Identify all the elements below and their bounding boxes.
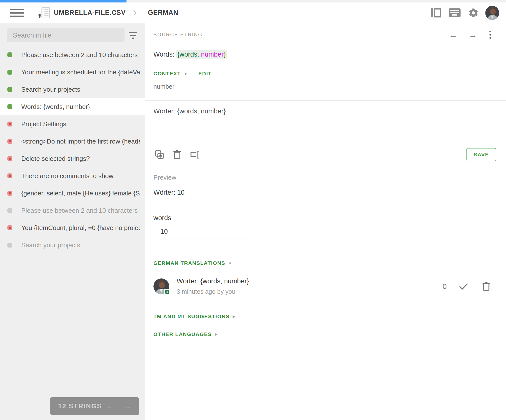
strings-pager: 12 STRINGS ← → xyxy=(50,397,139,415)
status-translated-icon xyxy=(7,104,12,109)
side-by-side-icon xyxy=(430,8,441,18)
page-load-progress-fill xyxy=(0,0,126,2)
delete-translation-button[interactable] xyxy=(480,280,492,292)
insert-placeholder-icon xyxy=(190,150,200,160)
more-options-icon[interactable] xyxy=(488,30,492,40)
chevron-right-icon: ▶ xyxy=(215,332,218,336)
chevron-right-icon: ▶ xyxy=(232,314,235,319)
breadcrumb-file-name[interactable]: UMBRELLA-FILE.CSV xyxy=(54,9,126,17)
next-string-button[interactable]: → xyxy=(469,31,477,39)
translation-textarea[interactable]: Wörter: {words, number} xyxy=(153,107,496,147)
list-item[interactable]: Project Settings xyxy=(0,115,145,133)
keyboard-shortcuts-button[interactable] xyxy=(448,6,462,20)
vote-count: 0 xyxy=(443,282,447,291)
list-item[interactable]: You {itemCount, plural, =0 {have no proj… xyxy=(0,219,145,236)
status-translated-icon xyxy=(7,70,12,75)
context-value: number xyxy=(153,83,506,90)
preview-rendered-text: Wörter: 10 xyxy=(145,181,506,206)
translation-editor-section: Wörter: {words, number} xyxy=(145,101,506,167)
status-translated-icon xyxy=(7,87,12,92)
trash-icon xyxy=(482,281,490,291)
strings-sidebar: Please use between 2 and 10 characters Y… xyxy=(0,23,145,420)
other-languages-toggle[interactable]: OTHER LANGUAGES ▶ xyxy=(153,331,492,337)
clear-translation-button[interactable] xyxy=(171,149,183,161)
approve-translation-button[interactable] xyxy=(458,280,469,292)
toolbar: , UMBRELLA-FILE.CSV GERMAN xyxy=(0,2,506,23)
status-untranslated-icon xyxy=(7,122,12,126)
context-dropdown-button[interactable]: CONTEXT xyxy=(153,71,181,77)
list-item[interactable]: Delete selected strings? xyxy=(0,150,145,167)
source-string-text: Words: {words, number} xyxy=(153,51,506,58)
insert-placeholder-button[interactable] xyxy=(189,149,201,161)
status-untranslated-icon xyxy=(7,191,12,196)
chevron-down-icon: ▼ xyxy=(184,72,188,76)
preview-title: Preview xyxy=(145,174,506,181)
breadcrumb-language[interactable]: GERMAN xyxy=(148,9,178,17)
translation-text: Wörter: {words, number} xyxy=(177,277,249,285)
hamburger-menu-icon[interactable] xyxy=(10,7,25,18)
chevron-down-icon: ▼ xyxy=(228,261,232,265)
list-item-selected[interactable]: Words: {words, number} xyxy=(0,98,145,115)
icu-placeholder-chunk[interactable]: {words, number} xyxy=(176,50,227,59)
status-empty-icon xyxy=(7,208,12,213)
search-input[interactable] xyxy=(7,28,125,42)
list-item[interactable]: Please use between 2 and 10 characters xyxy=(0,46,145,63)
list-item[interactable]: Please use between 2 and 10 characters xyxy=(0,202,145,219)
trash-icon xyxy=(173,150,181,160)
checkmark-icon xyxy=(459,282,468,290)
avatar-image xyxy=(485,6,499,20)
argument-value-input[interactable] xyxy=(153,228,250,239)
pager-prev-button[interactable]: ← xyxy=(106,402,114,410)
page-load-progress-track xyxy=(0,0,506,2)
list-item[interactable]: <strong>Do not import the first row (hea… xyxy=(0,133,145,150)
previous-string-button[interactable]: ← xyxy=(449,31,457,39)
csv-file-icon: , xyxy=(38,6,50,19)
list-item[interactable]: Search your projects xyxy=(0,236,145,254)
tm-mt-suggestions-toggle[interactable]: TM AND MT SUGGESTIONS ▶ xyxy=(153,314,492,319)
status-empty-icon xyxy=(7,243,12,248)
keyboard-icon xyxy=(449,8,461,17)
translate-badge-icon: a xyxy=(164,289,170,295)
translations-section: GERMAN TRANSLATIONS ▼ xyxy=(145,250,506,337)
save-button[interactable]: SAVE xyxy=(466,148,496,161)
list-item[interactable]: There are no comments to show. xyxy=(0,167,145,185)
list-item[interactable]: Your meeting is scheduled for the {dateV… xyxy=(0,63,145,81)
translation-meta: 3 minutes ago by you xyxy=(177,288,249,295)
translator-avatar: a xyxy=(153,278,169,294)
german-translations-toggle[interactable]: GERMAN TRANSLATIONS ▼ xyxy=(153,260,492,266)
source-string-section: SOURCE STRING ← → Words: {words, number}… xyxy=(145,23,506,101)
source-string-header: SOURCE STRING xyxy=(153,32,203,38)
filter-icon[interactable] xyxy=(126,28,140,42)
side-by-side-view-button[interactable] xyxy=(429,6,443,20)
argument-label: words xyxy=(145,206,506,222)
pager-next-button[interactable]: → xyxy=(123,402,132,410)
status-untranslated-icon xyxy=(7,173,12,178)
status-untranslated-icon xyxy=(7,156,12,161)
status-untranslated-icon xyxy=(7,139,12,144)
copy-source-icon xyxy=(154,150,164,160)
edit-context-button[interactable]: EDIT xyxy=(198,71,212,77)
settings-button[interactable] xyxy=(466,6,480,20)
strings-count-label: 12 STRINGS xyxy=(58,402,102,410)
translation-entry: a Wörter: {words, number} 3 minutes ago … xyxy=(153,277,492,295)
copy-source-button[interactable] xyxy=(153,149,165,161)
breadcrumb-chevron-icon xyxy=(133,9,137,16)
list-item[interactable]: {gender, select, male {He uses} female {… xyxy=(0,185,145,202)
user-avatar[interactable] xyxy=(485,6,499,20)
status-untranslated-icon xyxy=(7,225,12,230)
preview-section: Preview Wörter: 10 words xyxy=(145,167,506,250)
list-item[interactable]: Search your projects xyxy=(0,81,145,98)
editor-panel: SOURCE STRING ← → Words: {words, number}… xyxy=(145,23,506,420)
string-list: Please use between 2 and 10 characters Y… xyxy=(0,46,145,254)
gear-icon xyxy=(468,7,479,18)
status-translated-icon xyxy=(7,52,12,57)
